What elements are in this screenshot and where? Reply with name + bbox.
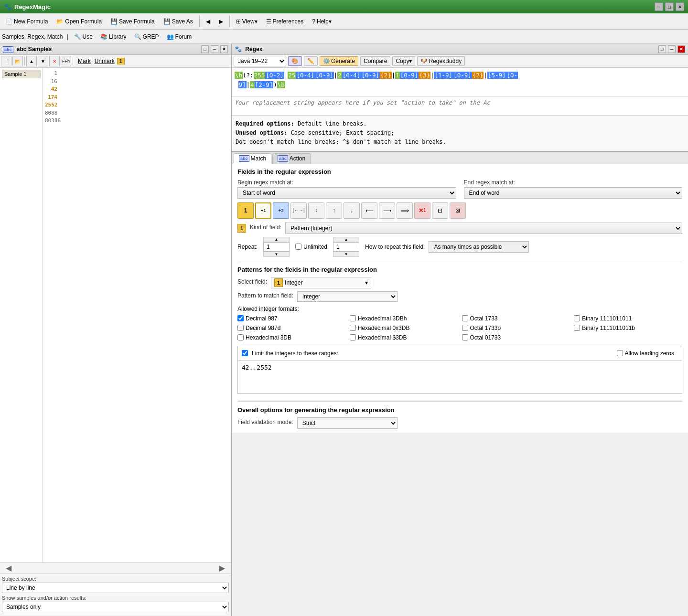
unmark-button[interactable]: Unmark: [93, 57, 116, 65]
unlimited-input[interactable]: [333, 242, 359, 252]
navbar-grep[interactable]: 🔍 GREP: [132, 32, 161, 41]
sample-text-area[interactable]: 1 16 42 174 2552: [43, 68, 231, 562]
scroll-left-arrow[interactable]: ◀: [2, 563, 15, 573]
compare-button[interactable]: Compare: [360, 56, 390, 66]
field-btn-copy[interactable]: ⊡: [432, 202, 448, 219]
subject-scope-select[interactable]: Line by line: [2, 583, 229, 593]
format-octal-1733: Octal 1733: [462, 315, 570, 322]
limit-range-checkbox[interactable]: [242, 350, 248, 356]
field-btn-add-before[interactable]: +2: [273, 202, 289, 219]
regexbuddy-button[interactable]: 🐶 RegexBuddy: [417, 56, 465, 66]
regex-replacement-area: Your replacement string appears here if …: [232, 96, 688, 116]
format-hex-0x3db-checkbox[interactable]: [350, 325, 356, 331]
field-btn-move-up[interactable]: ↑: [326, 202, 342, 219]
tab-action[interactable]: abc Action: [272, 153, 311, 164]
begin-select[interactable]: Start of word: [237, 187, 456, 199]
regex-close-icon[interactable]: ✕: [677, 45, 685, 53]
samples-close-icon[interactable]: ✕: [220, 45, 228, 53]
format-binary-long-b-checkbox[interactable]: [574, 325, 580, 331]
unlimited-spin-down[interactable]: ▼: [333, 252, 359, 257]
samples-collapse-icon[interactable]: ─: [211, 45, 218, 53]
copy-button[interactable]: Copy▾: [392, 56, 415, 66]
field-btn-merge[interactable]: |←→|: [290, 202, 307, 219]
select-field-dropdown[interactable]: 1 Integer ▾: [271, 277, 371, 288]
allow-leading-label: Allow leading zeros: [625, 350, 674, 357]
navbar-forum[interactable]: 👥 Forum: [165, 32, 194, 41]
regex-edit-button[interactable]: ✏️: [304, 56, 318, 66]
format-hex-3db-checkbox[interactable]: [237, 334, 244, 340]
end-select[interactable]: End of word: [464, 187, 683, 199]
format-octal-1733-checkbox[interactable]: [462, 315, 468, 321]
show-samples-select[interactable]: Samples only: [2, 602, 229, 612]
format-decimal-987-checkbox[interactable]: [237, 315, 244, 321]
sample-tab-1[interactable]: Sample 1: [2, 70, 41, 78]
field-btn-cut[interactable]: ⊠: [450, 202, 466, 219]
format-hex-dollar-3db-checkbox[interactable]: [350, 334, 356, 340]
field-btn-next[interactable]: ⟶: [379, 202, 395, 219]
allow-leading-row: Allow leading zeros: [613, 348, 678, 359]
mark-button[interactable]: Mark: [76, 57, 92, 65]
navbar-use[interactable]: 🔧 Use: [72, 32, 95, 41]
format-decimal-987d-checkbox[interactable]: [237, 325, 244, 331]
format-empty: [574, 334, 682, 341]
regex-collapse-icon[interactable]: ─: [668, 45, 676, 53]
save-as-button[interactable]: 💾 Save As: [160, 17, 196, 26]
format-octal-1733o-checkbox[interactable]: [462, 325, 468, 331]
kind-select[interactable]: Pattern (Integer): [285, 223, 682, 234]
sample-down-button[interactable]: ▼: [38, 56, 48, 66]
field-btn-move-down[interactable]: ↓: [344, 202, 360, 219]
format-binary-long-checkbox[interactable]: [574, 315, 580, 321]
field-btn-wrap[interactable]: ⟹: [397, 202, 413, 219]
forward-button[interactable]: ▶: [215, 17, 226, 26]
navbar-library[interactable]: 📚 Library: [98, 32, 129, 41]
tab-match[interactable]: abc Match: [234, 153, 271, 164]
new-sample-button[interactable]: 📄: [1, 56, 11, 66]
how-repeat-select[interactable]: As many times as possible: [429, 241, 529, 253]
sample-up-button[interactable]: ▲: [26, 56, 37, 66]
help-button[interactable]: ? Help▾: [309, 17, 334, 26]
back-button[interactable]: ◀: [203, 17, 214, 26]
field-btn-1[interactable]: 1: [237, 202, 254, 219]
allow-leading-checkbox[interactable]: [617, 350, 623, 356]
main-area: abc abc Samples □ ─ ✕ 📄 📂 ▲ ▼ ✕ FFh Mark…: [0, 44, 688, 616]
range-textarea[interactable]: [238, 361, 682, 392]
open-sample-button[interactable]: 📂: [12, 56, 23, 66]
field-btn-add-after[interactable]: +1: [255, 202, 271, 219]
repeat-input[interactable]: [263, 242, 290, 252]
scroll-right-arrow[interactable]: ▶: [215, 563, 229, 573]
hex-view-button[interactable]: FFh: [61, 56, 71, 66]
select-field-row: Select field: 1 Integer ▾: [237, 277, 682, 288]
field-btn-prev[interactable]: ⟵: [361, 202, 377, 219]
regex-pin-icon[interactable]: □: [658, 45, 666, 53]
unlimited-checkbox[interactable]: [295, 244, 301, 250]
save-as-icon: 💾: [163, 18, 171, 25]
preferences-button[interactable]: ☰ Preferences: [263, 17, 307, 26]
repeat-spin-up[interactable]: ▲: [263, 237, 290, 242]
bottom-section: abc Match abc Action Fields in the regul…: [232, 151, 688, 616]
field-validation-select[interactable]: Strict: [297, 417, 398, 429]
format-hex-3dbh-checkbox[interactable]: [350, 315, 356, 321]
library-icon: 📚: [100, 33, 108, 40]
repeat-spinner: ▲ ▼: [263, 237, 290, 257]
field-btn-split[interactable]: ↕: [308, 202, 324, 219]
pattern-match-select[interactable]: Integer: [297, 291, 398, 302]
open-formula-button[interactable]: 📂 Open Formula: [53, 17, 105, 26]
generate-button[interactable]: ⚙️ Generate: [320, 56, 358, 66]
samples-pin-icon[interactable]: □: [201, 45, 209, 53]
repeat-spin-down[interactable]: ▼: [263, 252, 290, 257]
new-formula-button[interactable]: 📄 New Formula: [2, 17, 51, 26]
delete-sample-button[interactable]: ✕: [49, 56, 60, 66]
samples-toolbar: 📄 📂 ▲ ▼ ✕ FFh Mark Unmark 1: [0, 55, 231, 68]
regex-color-button[interactable]: 🎨: [288, 56, 302, 66]
format-octal-01733-checkbox[interactable]: [462, 334, 468, 340]
regex-language-select[interactable]: Java 19–22: [234, 56, 286, 66]
view-button[interactable]: ⊞ View▾: [233, 17, 261, 26]
field-btn-delete[interactable]: ✕1: [414, 202, 430, 219]
close-button[interactable]: ✕: [676, 2, 684, 11]
minimize-button[interactable]: ─: [655, 2, 663, 11]
subject-scope-row: Subject scope: Line by line: [2, 576, 229, 593]
maximize-button[interactable]: □: [665, 2, 674, 11]
save-formula-button[interactable]: 💾 Save Formula: [107, 17, 158, 26]
range-top-row: Limit the integers to these ranges: Allo…: [238, 346, 682, 361]
unlimited-spin-up[interactable]: ▲: [333, 237, 359, 242]
